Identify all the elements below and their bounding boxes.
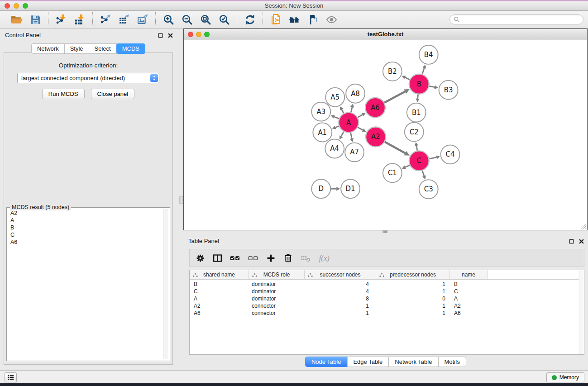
float-table-panel-button[interactable]: [568, 238, 574, 244]
export-image-button[interactable]: [135, 12, 150, 27]
result-item[interactable]: A6: [8, 238, 162, 246]
gear-button[interactable]: [196, 253, 205, 263]
close-table-panel-button[interactable]: [578, 238, 584, 244]
traffic-minimize-button[interactable]: [14, 3, 19, 9]
table-row[interactable]: Cdominator41C: [190, 288, 584, 295]
column-header-successor-nodes[interactable]: successor nodes: [305, 270, 376, 279]
graph-edge-A-A5[interactable]: [340, 106, 344, 113]
table-scrollbar[interactable]: [579, 270, 584, 354]
refresh-button[interactable]: [243, 12, 257, 27]
graph-edge-B-B1[interactable]: [416, 95, 420, 102]
graph-edge-A-A7[interactable]: [350, 133, 354, 142]
tab-network-table[interactable]: Network Table: [388, 357, 438, 367]
graph-node-A8[interactable]: A8: [346, 84, 365, 103]
column-header-name[interactable]: name: [450, 270, 488, 279]
graph-node-A[interactable]: A: [339, 113, 359, 133]
zoom-fit-button[interactable]: [198, 12, 213, 27]
criterion-select[interactable]: largest connected component (directed): [17, 73, 159, 83]
graph-node-B2[interactable]: B2: [383, 62, 402, 81]
tab-edge-table[interactable]: Edge Table: [347, 357, 389, 367]
zoom-selected-button[interactable]: [217, 12, 231, 27]
search-input[interactable]: [460, 16, 579, 23]
memory-button[interactable]: Memory: [546, 372, 584, 382]
resize-grip-icon[interactable]: [581, 224, 587, 229]
graph-node-A4[interactable]: A4: [325, 139, 344, 158]
graph-edge-A2-C[interactable]: [385, 142, 410, 156]
tab-motifs[interactable]: Motifs: [438, 357, 466, 367]
graph-node-C1[interactable]: C1: [383, 163, 402, 182]
graph-node-B3[interactable]: B3: [439, 81, 458, 100]
graph-edge-A-A2[interactable]: [358, 127, 366, 132]
search-box[interactable]: [449, 14, 583, 24]
import-network-button[interactable]: [54, 12, 68, 27]
graph-edge-C-C1[interactable]: [402, 165, 410, 169]
graph-node-C4[interactable]: C4: [441, 145, 460, 164]
table-row[interactable]: A2connector11A2: [190, 302, 584, 310]
result-item[interactable]: B: [8, 224, 162, 231]
graph-node-C3[interactable]: C3: [419, 180, 438, 199]
graph-node-C[interactable]: C: [409, 151, 429, 171]
result-scrollbar[interactable]: [163, 209, 168, 359]
zoom-out-button[interactable]: [180, 12, 194, 27]
graph-edge-D-D1[interactable]: [331, 187, 340, 191]
graph-node-B1[interactable]: B1: [407, 103, 426, 122]
hide-details-button[interactable]: [306, 12, 320, 27]
float-panel-button[interactable]: [157, 32, 163, 38]
traffic-zoom-button[interactable]: [23, 3, 28, 9]
graph-edge-C-C2[interactable]: [415, 142, 418, 151]
export-network-button[interactable]: [98, 12, 113, 27]
horizontal-splitter-grip[interactable]: [382, 230, 388, 233]
graph-node-B[interactable]: B: [409, 74, 429, 94]
close-mcds-panel-button[interactable]: Close panel: [91, 89, 135, 99]
split-view-button[interactable]: [213, 253, 222, 263]
graph-node-B4[interactable]: B4: [419, 45, 438, 64]
traffic-close-button[interactable]: [5, 3, 10, 9]
graph-node-A6[interactable]: A6: [365, 98, 385, 118]
panel-selector-button[interactable]: [5, 372, 17, 382]
graph-node-A5[interactable]: A5: [325, 88, 344, 107]
network-window-titlebar[interactable]: testGlobe.txt: [184, 29, 587, 40]
run-mcds-button[interactable]: Run MCDS: [42, 89, 85, 99]
tab-select[interactable]: Select: [89, 43, 117, 54]
network-close-button[interactable]: [188, 32, 193, 37]
graph-edge-C-C3[interactable]: [422, 171, 426, 179]
graph-edge-B-B3[interactable]: [429, 86, 438, 89]
graph-edge-A-A3[interactable]: [331, 115, 339, 119]
column-header-shared-name[interactable]: shared name: [190, 270, 249, 279]
graph-node-A7[interactable]: A7: [345, 143, 364, 162]
table-row[interactable]: A6connector11A6: [190, 310, 584, 317]
zoom-in-button[interactable]: [161, 12, 176, 27]
home-button[interactable]: [287, 12, 301, 27]
export-table-button[interactable]: [117, 12, 131, 27]
graph-edge-B-B2[interactable]: [402, 76, 410, 80]
graph-node-D1[interactable]: D1: [341, 179, 360, 198]
graph-node-A3[interactable]: A3: [311, 102, 330, 121]
graph-node-D[interactable]: D: [311, 179, 330, 198]
table-row[interactable]: Bdominator41B: [190, 281, 584, 288]
tab-style[interactable]: Style: [64, 43, 89, 54]
graph-edge-B-B4[interactable]: [422, 65, 426, 74]
result-item[interactable]: A2: [8, 210, 162, 217]
open-folder-button[interactable]: [10, 12, 24, 27]
graph-edge-C-C4[interactable]: [429, 155, 440, 159]
result-item[interactable]: A: [8, 217, 162, 224]
result-item[interactable]: C: [8, 231, 162, 238]
vertical-splitter-grip[interactable]: [179, 196, 183, 204]
column-header-predecessor-nodes[interactable]: predecessor nodes: [376, 270, 450, 279]
graph-edge-A-A1[interactable]: [332, 126, 339, 129]
close-panel-button[interactable]: [167, 32, 173, 38]
graph-edge-A-A4[interactable]: [339, 132, 344, 139]
import-table-button[interactable]: [72, 12, 87, 27]
graph-node-C2[interactable]: C2: [405, 123, 424, 142]
delete-button[interactable]: [283, 253, 293, 263]
new-network-button[interactable]: [268, 12, 283, 27]
network-zoom-button[interactable]: [204, 32, 210, 37]
table-row[interactable]: Adominator80A: [190, 295, 584, 302]
graph-edge-A-A8[interactable]: [350, 104, 354, 112]
save-button[interactable]: [28, 12, 43, 27]
graph-edge-A6-B[interactable]: [384, 89, 409, 103]
graph-node-A2[interactable]: A2: [366, 127, 386, 147]
network-canvas[interactable]: AA1A2A3A4A5A6A7A8BB1B2B3B4CC1C2C3C4DD1: [184, 40, 587, 230]
tab-network[interactable]: Network: [31, 43, 65, 54]
deselect-all-button[interactable]: [248, 253, 258, 263]
